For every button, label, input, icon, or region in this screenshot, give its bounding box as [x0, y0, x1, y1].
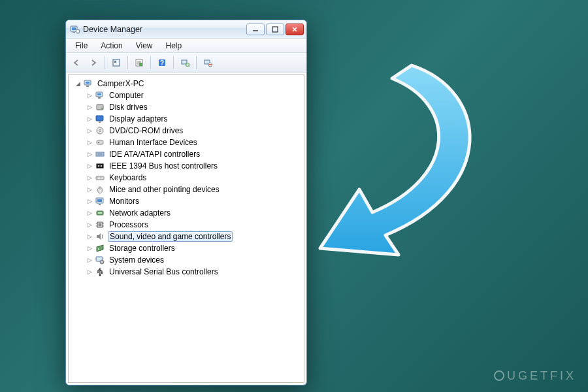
expand-icon[interactable]: ▷ [86, 115, 93, 123]
expand-icon[interactable]: ▷ [86, 186, 93, 193]
tree-item[interactable]: ▷Sound, video and game controllers [84, 231, 302, 242]
window-controls [246, 24, 304, 35]
ieee-icon [95, 161, 105, 171]
maximize-button[interactable] [266, 24, 284, 35]
properties-button[interactable] [131, 56, 147, 70]
usb-icon [95, 267, 105, 277]
tree-item[interactable]: ▷IDE ATA/ATAPI controllers [84, 148, 302, 160]
show-hidden-button[interactable] [108, 56, 124, 70]
help-button[interactable]: ? [154, 56, 170, 70]
menubar: File Action View Help [66, 39, 306, 53]
scan-button[interactable] [177, 56, 193, 70]
tree-item-label: Processors [108, 220, 150, 229]
toolbar-separator [196, 56, 197, 69]
expand-icon[interactable]: ▷ [86, 174, 93, 182]
monitor-icon [95, 196, 105, 206]
expand-icon[interactable]: ▷ [86, 127, 93, 135]
tree-item[interactable]: ▷Display adapters [84, 113, 302, 125]
menu-help[interactable]: Help [159, 40, 189, 52]
expand-icon[interactable]: ▷ [86, 268, 93, 276]
svg-point-18 [186, 63, 189, 66]
toolbar: ? [66, 53, 306, 73]
expand-icon[interactable]: ▷ [86, 233, 93, 240]
system-icon [95, 255, 105, 265]
menu-file[interactable]: File [69, 40, 94, 52]
tree-item[interactable]: ▷Monitors [84, 195, 302, 207]
svg-point-61 [99, 274, 101, 276]
svg-rect-28 [98, 97, 101, 99]
svg-rect-27 [97, 93, 101, 95]
svg-rect-2 [73, 32, 75, 33]
tree-item[interactable]: ▷Network adapters [84, 207, 302, 219]
menu-view[interactable]: View [129, 40, 159, 52]
tree-item[interactable]: ▷Disk drives [84, 101, 302, 113]
svg-line-19 [189, 66, 189, 67]
tree-item[interactable]: ▷Keyboards [84, 172, 302, 184]
tree-item[interactable]: ▷Computer [84, 90, 302, 101]
titlebar[interactable]: Device Manager [66, 20, 306, 39]
expand-icon[interactable]: ▷ [86, 244, 93, 252]
svg-point-3 [76, 29, 80, 33]
tree-item-label: Keyboards [108, 173, 148, 182]
cpu-icon [95, 220, 105, 230]
uninstall-button[interactable] [200, 56, 216, 70]
tree-item[interactable]: ▷DVD/CD-ROM drives [84, 125, 302, 137]
tree-item-label: Monitors [108, 197, 140, 206]
svg-rect-1 [72, 27, 76, 30]
svg-rect-42 [101, 165, 102, 167]
tree-item-label: Storage controllers [108, 244, 176, 253]
device-tree[interactable]: ◢ CamperX-PC ▷Computer▷Disk drives▷Displ… [68, 74, 304, 383]
tree-item-label: DVD/CD-ROM drives [108, 126, 184, 135]
tree-item[interactable]: ▷Universal Serial Bus controllers [84, 266, 302, 278]
tree-item[interactable]: ▷Processors [84, 219, 302, 231]
tree-item[interactable]: ▷Storage controllers [84, 242, 302, 254]
expand-icon[interactable]: ▷ [86, 91, 93, 99]
tree-item-label: Network adapters [108, 208, 172, 218]
svg-point-30 [101, 108, 103, 109]
svg-rect-31 [96, 116, 103, 121]
expand-icon[interactable]: ▷ [86, 209, 93, 217]
disk-icon [95, 102, 105, 112]
root-label: CamperX-PC [96, 79, 145, 88]
forward-button[interactable] [86, 56, 101, 70]
close-button[interactable] [286, 24, 304, 35]
menu-action[interactable]: Action [94, 40, 129, 52]
expand-icon[interactable]: ▷ [86, 103, 93, 111]
keyboard-icon [95, 172, 105, 183]
watermark: UGETFIX [494, 369, 576, 383]
tree-item-label: Disk drives [108, 103, 149, 112]
svg-rect-9 [114, 61, 116, 63]
svg-rect-51 [98, 212, 102, 214]
tree-item-label: IDE ATA/ATAPI controllers [108, 150, 201, 159]
svg-rect-53 [99, 223, 101, 226]
svg-rect-5 [272, 27, 278, 32]
tree-item[interactable]: ▷Mice and other pointing devices [84, 184, 302, 195]
minimize-button[interactable] [246, 24, 265, 35]
expand-icon[interactable]: ▷ [86, 256, 93, 264]
collapse-icon[interactable]: ◢ [74, 80, 82, 88]
expand-icon[interactable]: ▷ [86, 221, 93, 229]
expand-icon[interactable]: ▷ [86, 150, 93, 158]
svg-rect-32 [99, 122, 101, 123]
tree-item[interactable]: ▷Human Interface Devices [84, 137, 302, 148]
svg-rect-63 [101, 272, 103, 274]
tree-item-label: Universal Serial Bus controllers [108, 267, 220, 276]
svg-point-58 [98, 248, 99, 250]
expand-icon[interactable]: ▷ [86, 139, 93, 146]
tree-root-node[interactable]: ◢ CamperX-PC [73, 78, 302, 90]
window-title: Device Manager [83, 25, 246, 34]
tree-item[interactable]: ▷System devices [84, 254, 302, 266]
sound-icon [95, 231, 105, 242]
storage-icon [95, 243, 105, 253]
back-button[interactable] [69, 56, 84, 70]
highlight-arrow-icon [274, 52, 510, 287]
display-icon [95, 114, 105, 124]
mouse-icon [95, 184, 105, 195]
expand-icon[interactable]: ▷ [86, 162, 93, 170]
tree-item-label: IEEE 1394 Bus host controllers [108, 161, 219, 171]
svg-rect-40 [97, 164, 103, 168]
expand-icon[interactable]: ▷ [86, 197, 93, 205]
svg-point-34 [99, 130, 101, 132]
tree-item-label: Mice and other pointing devices [108, 185, 221, 194]
tree-item[interactable]: ▷IEEE 1394 Bus host controllers [84, 160, 302, 172]
